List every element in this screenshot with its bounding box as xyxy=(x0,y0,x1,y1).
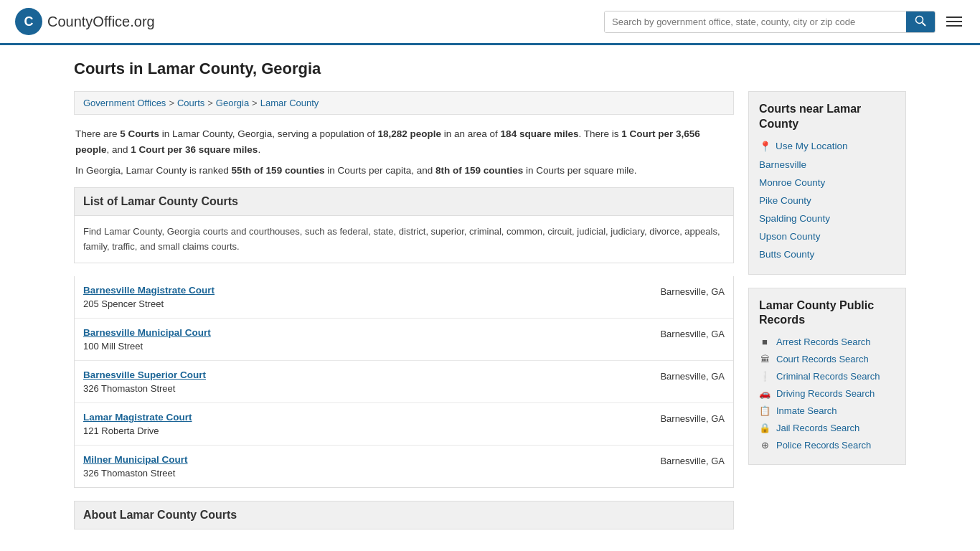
monroe-county-link[interactable]: Monroe County xyxy=(759,177,825,188)
court-records-item[interactable]: 🏛 Court Records Search xyxy=(759,354,895,364)
arrest-records-item[interactable]: ■ Arrest Records Search xyxy=(759,336,895,347)
breadcrumb-gov-offices[interactable]: Government Offices xyxy=(83,98,166,108)
court-link[interactable]: Lamar Magistrate Court xyxy=(83,412,192,423)
location-pin-icon: 📍 xyxy=(759,141,771,152)
sidebar-public-records-section: Lamar County Public Records ■ Arrest Rec… xyxy=(748,288,906,466)
use-my-location-link[interactable]: Use My Location xyxy=(776,141,848,151)
criminal-records-icon: ❕ xyxy=(759,371,771,382)
arrest-records-link[interactable]: Arrest Records Search xyxy=(776,336,871,347)
sidebar-near-section: Courts near Lamar County 📍 Use My Locati… xyxy=(748,91,906,275)
court-location: Barnesville, GA xyxy=(660,369,725,382)
sidebar-item-pike[interactable]: Pike County xyxy=(759,195,895,206)
court-location: Barnesville, GA xyxy=(660,285,725,297)
inmate-search-item[interactable]: 📋 Inmate Search xyxy=(759,405,895,416)
list-section-body: Find Lamar County, Georgia courts and co… xyxy=(74,216,734,264)
court-location: Barnesville, GA xyxy=(660,327,725,339)
sidebar: Courts near Lamar County 📍 Use My Locati… xyxy=(748,91,906,529)
butts-county-link[interactable]: Butts County xyxy=(759,249,814,260)
court-link[interactable]: Barnesville Municipal Court xyxy=(83,327,211,338)
sidebar-near-title: Courts near Lamar County xyxy=(759,102,895,132)
jail-records-item[interactable]: 🔒 Jail Records Search xyxy=(759,423,895,433)
sidebar-item-monroe[interactable]: Monroe County xyxy=(759,177,895,188)
inmate-search-link[interactable]: Inmate Search xyxy=(776,405,837,416)
court-records-link[interactable]: Court Records Search xyxy=(776,354,869,364)
criminal-records-item[interactable]: ❕ Criminal Records Search xyxy=(759,371,895,382)
court-location: Barnesville, GA xyxy=(660,412,725,424)
barnesville-link[interactable]: Barnesville xyxy=(759,159,806,170)
court-address: 100 Mill Street xyxy=(83,341,143,352)
logo[interactable]: C CountyOffice.org xyxy=(14,7,155,36)
court-link[interactable]: Milner Municipal Court xyxy=(83,454,188,465)
breadcrumb: Government Offices > Courts > Georgia > … xyxy=(74,91,734,115)
police-records-link[interactable]: Police Records Search xyxy=(776,440,871,451)
menu-line xyxy=(946,17,962,18)
sidebar-item-spalding[interactable]: Spalding County xyxy=(759,213,895,224)
table-row: Barnesville Magistrate Court 205 Spencer… xyxy=(75,276,733,318)
search-bar xyxy=(604,11,936,33)
court-address: 326 Thomaston Street xyxy=(83,468,175,479)
police-records-icon: ⊕ xyxy=(759,440,771,451)
svg-text:C: C xyxy=(24,14,34,29)
jail-records-icon: 🔒 xyxy=(759,423,771,433)
driving-records-icon: 🚗 xyxy=(759,388,771,399)
pike-county-link[interactable]: Pike County xyxy=(759,195,811,206)
court-address: 121 Roberta Drive xyxy=(83,425,159,436)
police-records-item[interactable]: ⊕ Police Records Search xyxy=(759,440,895,451)
court-location: Barnesville, GA xyxy=(660,454,725,466)
menu-line xyxy=(946,21,962,22)
breadcrumb-courts[interactable]: Courts xyxy=(177,98,204,108)
table-row: Barnesville Municipal Court 100 Mill Str… xyxy=(75,318,733,360)
table-row: Barnesville Superior Court 326 Thomaston… xyxy=(75,360,733,402)
menu-line xyxy=(946,25,962,27)
breadcrumb-georgia[interactable]: Georgia xyxy=(216,98,249,108)
page-title: Courts in Lamar County, Georgia xyxy=(74,60,906,78)
courts-list: Barnesville Magistrate Court 205 Spencer… xyxy=(74,276,734,488)
table-row: Lamar Magistrate Court 121 Roberta Drive… xyxy=(75,402,733,445)
court-address: 205 Spencer Street xyxy=(83,298,164,309)
court-link[interactable]: Barnesville Superior Court xyxy=(83,369,206,380)
breadcrumb-lamar[interactable]: Lamar County xyxy=(260,98,319,108)
criminal-records-link[interactable]: Criminal Records Search xyxy=(776,371,880,382)
list-section-header: List of Lamar County Courts xyxy=(74,187,734,216)
sidebar-use-location[interactable]: 📍 Use My Location xyxy=(759,141,895,152)
about-header: About Lamar County Courts xyxy=(74,501,734,529)
logo-text: CountyOffice.org xyxy=(47,14,155,30)
arrest-records-icon: ■ xyxy=(759,336,771,347)
driving-records-link[interactable]: Driving Records Search xyxy=(776,388,875,399)
inmate-search-icon: 📋 xyxy=(759,405,771,416)
court-link[interactable]: Barnesville Magistrate Court xyxy=(83,285,215,296)
menu-button[interactable] xyxy=(943,13,966,30)
upson-county-link[interactable]: Upson County xyxy=(759,231,821,242)
sidebar-public-title: Lamar County Public Records xyxy=(759,298,895,329)
svg-point-2 xyxy=(916,16,923,23)
jail-records-link[interactable]: Jail Records Search xyxy=(776,423,859,433)
driving-records-item[interactable]: 🚗 Driving Records Search xyxy=(759,388,895,399)
spalding-county-link[interactable]: Spalding County xyxy=(759,213,830,224)
court-records-icon: 🏛 xyxy=(759,354,771,364)
svg-line-3 xyxy=(923,22,926,26)
table-row: Milner Municipal Court 326 Thomaston Str… xyxy=(75,445,733,487)
description-block: There are 5 Courts in Lamar County, Geor… xyxy=(74,126,734,179)
search-button[interactable] xyxy=(906,11,935,32)
about-section: About Lamar County Courts xyxy=(74,501,734,529)
search-input[interactable] xyxy=(605,11,906,32)
sidebar-item-upson[interactable]: Upson County xyxy=(759,231,895,242)
court-address: 326 Thomaston Street xyxy=(83,383,175,394)
sidebar-item-barnesville[interactable]: Barnesville xyxy=(759,159,895,170)
sidebar-item-butts[interactable]: Butts County xyxy=(759,249,895,260)
